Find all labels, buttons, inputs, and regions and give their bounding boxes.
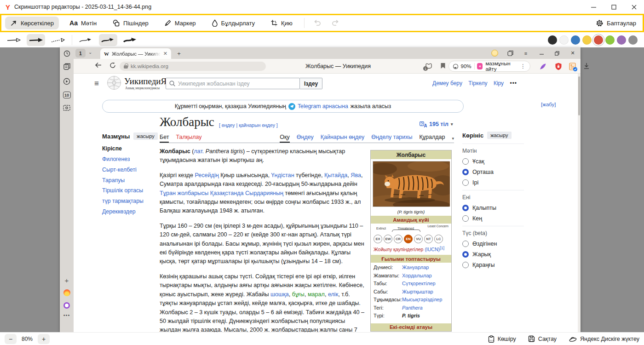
- browser-menu-icon[interactable]: ≡: [518, 51, 534, 56]
- register-link[interactable]: Тіркелу: [468, 80, 487, 86]
- blur-tool-button[interactable]: Бұлдырлату: [207, 17, 260, 29]
- status-en-active[interactable]: EN: [404, 235, 413, 243]
- tab-close-icon[interactable]: ✕: [163, 51, 167, 57]
- play-icon[interactable]: [60, 78, 74, 85]
- toc-item-subspecies[interactable]: түр тармақтары: [102, 198, 156, 205]
- color-swatch-black[interactable]: [548, 35, 557, 45]
- tab-page[interactable]: Бет: [160, 134, 169, 143]
- arrow-style-sketch-medium[interactable]: [99, 34, 117, 46]
- zoom-in-button[interactable]: +: [38, 334, 50, 344]
- history-icon[interactable]: [60, 50, 74, 57]
- search-input[interactable]: [178, 80, 296, 87]
- screenshot-icon[interactable]: [60, 104, 74, 111]
- banner-link[interactable]: Telegram арнасына: [298, 103, 348, 109]
- pill-kebab-icon[interactable]: ⋮: [520, 63, 526, 69]
- radio-icon[interactable]: [462, 179, 469, 186]
- arrow-style-filled[interactable]: [27, 34, 45, 46]
- toc-item-references[interactable]: Дереккөздер: [102, 208, 156, 215]
- redo-button[interactable]: [329, 17, 342, 29]
- url-bar[interactable]: kk.wikipedia.org: [120, 62, 266, 71]
- settings-button[interactable]: Баптаулар: [596, 19, 639, 27]
- tab-talk[interactable]: Талқылау: [176, 134, 201, 143]
- browser-zoom-level[interactable]: 90%: [461, 63, 472, 69]
- tab-counter[interactable]: 1: [75, 49, 86, 58]
- zen-flame-icon[interactable]: [60, 289, 74, 296]
- undo-button[interactable]: [311, 17, 324, 29]
- shapes-tool-button[interactable]: Пішіндер: [107, 17, 154, 29]
- text-tool-button[interactable]: Аа Мәтін: [64, 17, 102, 29]
- zoom-out-button[interactable]: −: [5, 334, 17, 344]
- color-swatch-blue[interactable]: [571, 35, 580, 45]
- arrow-style-sketch-thin[interactable]: [77, 34, 95, 46]
- arrows-tool-button[interactable]: Көрсеткілер: [5, 17, 59, 29]
- browser-avatar[interactable]: [487, 50, 502, 57]
- login-link[interactable]: Кіру: [494, 80, 504, 86]
- color-swatch-purple[interactable]: [617, 35, 626, 45]
- browser-restore-button[interactable]: [549, 51, 565, 56]
- counter-badge[interactable]: 10: [60, 92, 74, 98]
- maximize-button[interactable]: [604, 0, 624, 14]
- protect-shield-icon[interactable]: [555, 63, 562, 70]
- upload-disk-button[interactable]: Яндекс Дискіге жүктеу: [569, 336, 639, 342]
- wiki-menu-icon[interactable]: ≡: [94, 79, 99, 88]
- back-icon[interactable]: [95, 62, 102, 68]
- crop-tool-button[interactable]: Қию: [265, 17, 298, 29]
- collections-icon[interactable]: 1: [425, 63, 432, 69]
- new-tab-button[interactable]: +: [175, 49, 183, 58]
- download-icon[interactable]: [583, 63, 590, 69]
- donate-link[interactable]: Демеу беру: [432, 80, 462, 86]
- toc-item-appearance[interactable]: Сырт-келбеті: [102, 167, 156, 173]
- copy-button[interactable]: Көшіру: [488, 335, 516, 343]
- status-ex[interactable]: EX: [374, 235, 382, 243]
- editor-canvas[interactable]: 10 + ••• 1 ⌄ W Жолбарыс — Уикипед ✕ +: [0, 47, 644, 332]
- status-org[interactable]: (IUCN): [425, 247, 440, 252]
- radio-color-light[interactable]: Жарық: [462, 251, 524, 258]
- radio-icon[interactable]: [462, 251, 469, 258]
- feather-icon[interactable]: [539, 63, 547, 70]
- tabs-chevron-icon[interactable]: ⌄: [88, 50, 92, 55]
- comment-zoom-icon[interactable]: [453, 64, 458, 69]
- radio-icon[interactable]: [462, 262, 469, 268]
- sidebar-more-icon[interactable]: •••: [60, 312, 74, 318]
- radio-color-auto[interactable]: Өздігінен: [462, 241, 524, 247]
- reload-icon[interactable]: [109, 62, 116, 69]
- radio-icon[interactable]: [462, 241, 469, 247]
- toc-hide-button[interactable]: жасыру: [133, 132, 157, 140]
- panels-icon[interactable]: [60, 63, 74, 70]
- banner-close-link[interactable]: [жабу]: [541, 102, 556, 107]
- read-aloud-label[interactable]: мазмұнын айту: [485, 61, 518, 72]
- scrollbar-thumb[interactable]: [578, 76, 580, 115]
- language-selector[interactable]: A 195 тіл ▾: [420, 121, 453, 127]
- tab-tools[interactable]: Құралдар: [420, 134, 445, 143]
- marker-tool-button[interactable]: Маркер: [159, 17, 201, 29]
- status-lc[interactable]: LC: [434, 235, 443, 243]
- status-link[interactable]: Жойылу қаупіндегілер: [374, 247, 423, 252]
- summary-doc-icon[interactable]: [569, 63, 576, 70]
- minimize-button[interactable]: [583, 0, 604, 14]
- tab-edit[interactable]: Өңдеу: [297, 134, 314, 143]
- toc-item-intro[interactable]: Кіріспе: [102, 145, 156, 152]
- copy-tabs-icon[interactable]: [502, 50, 518, 56]
- toc-item-distribution[interactable]: Тарапуы: [102, 177, 156, 184]
- radio-color-dark[interactable]: Қараңғы: [462, 262, 524, 268]
- page-scrollbar[interactable]: [578, 74, 581, 332]
- more-links-icon[interactable]: •••: [510, 80, 517, 86]
- bookmark-icon[interactable]: [440, 63, 446, 69]
- radio-text-small[interactable]: Ұсақ: [462, 158, 524, 165]
- close-button[interactable]: [624, 0, 644, 14]
- tiger-image[interactable]: [373, 161, 449, 207]
- add-panel-icon[interactable]: +: [60, 276, 74, 284]
- tab-edit-source[interactable]: Қайнарын өңдеу: [321, 134, 365, 143]
- status-ew[interactable]: EW: [384, 235, 392, 243]
- status-ref[interactable]: [1]: [440, 246, 444, 250]
- browser-tab[interactable]: W Жолбарыс — Уикипед ✕: [100, 48, 171, 59]
- radio-icon[interactable]: [462, 169, 469, 175]
- radio-icon[interactable]: [462, 205, 469, 211]
- wiki-wordmark[interactable]: УикипедиЯ: [124, 76, 167, 86]
- toc-item-phylogenesis[interactable]: Филогенез: [102, 156, 156, 163]
- arrow-style-dotted[interactable]: [49, 34, 67, 46]
- radio-icon[interactable]: [462, 158, 469, 165]
- color-swatch-red[interactable]: [594, 35, 603, 45]
- arrow-style-outline[interactable]: [5, 34, 23, 46]
- browser-minimize-button[interactable]: [534, 51, 549, 55]
